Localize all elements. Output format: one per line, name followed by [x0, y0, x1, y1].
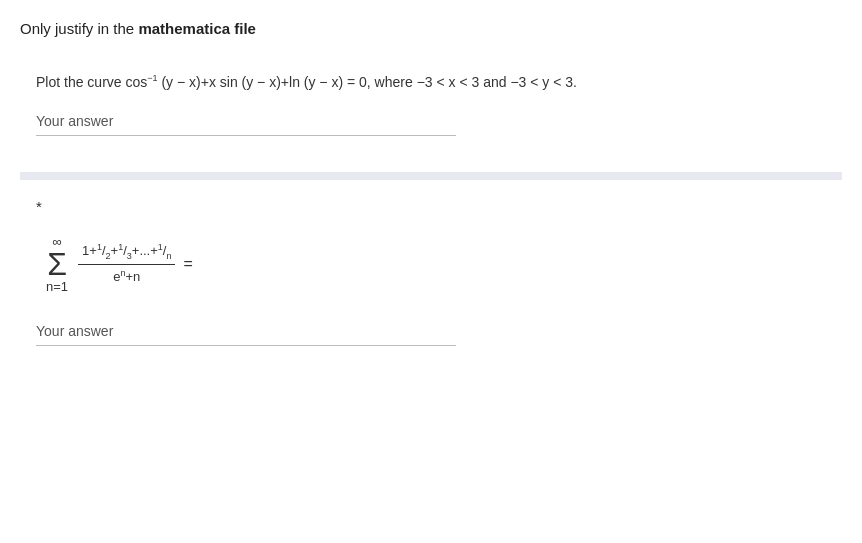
required-asterisk: *: [36, 198, 826, 215]
sigma-symbol: Σ: [47, 248, 67, 280]
fraction-denominator: en+n: [109, 265, 144, 287]
your-answer-label-1: Your answer: [36, 113, 826, 129]
header-text-bold: mathematica file: [138, 20, 256, 37]
equals-sign: =: [183, 255, 192, 273]
header-text-normal: Only justify in the: [20, 20, 138, 37]
section-header: Only justify in the mathematica file: [20, 18, 842, 39]
your-answer-label-2: Your answer: [36, 323, 826, 339]
question2-block: * ∞ Σ n=1 1+1/2+1/3+...+1/n en+n = Your: [20, 198, 842, 366]
question1-block: Plot the curve cos−1 (y − x)+x sin (y − …: [20, 57, 842, 154]
answer-line-1: [36, 135, 456, 136]
sigma-notation: ∞ Σ n=1: [46, 235, 68, 293]
fraction: 1+1/2+1/3+...+1/n en+n: [78, 241, 175, 287]
sigma-bottom: n=1: [46, 280, 68, 293]
fraction-numerator: 1+1/2+1/3+...+1/n: [78, 241, 175, 266]
q1-prefix: Plot the curve cos−1 (y − x)+x sin (y − …: [36, 74, 577, 90]
math-expression: ∞ Σ n=1 1+1/2+1/3+...+1/n en+n =: [46, 235, 826, 293]
section-divider: [20, 172, 842, 180]
answer-line-2: [36, 345, 456, 346]
question1-text: Plot the curve cos−1 (y − x)+x sin (y − …: [36, 71, 826, 95]
